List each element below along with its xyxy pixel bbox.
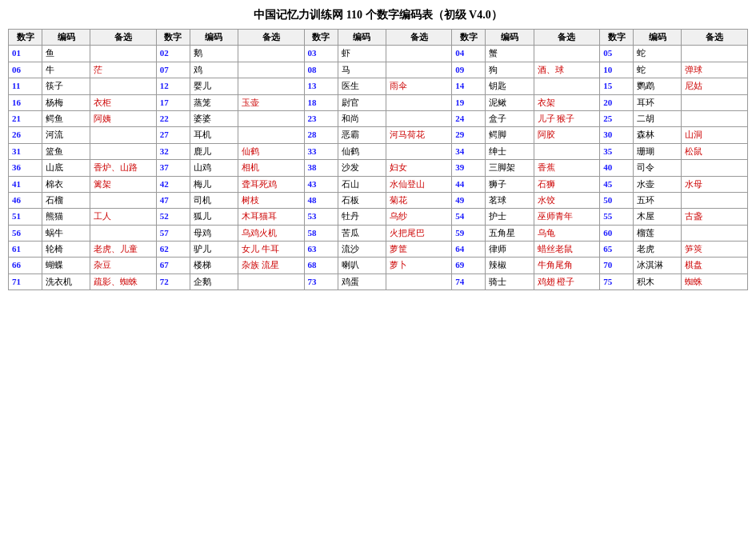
header-num3: 数字 [304, 30, 338, 46]
cell-num-9-3: 49 [452, 192, 486, 208]
cell-alt-13-1: 杂族 流星 [238, 258, 304, 273]
cell-code-0-1: 鹅 [190, 46, 238, 62]
cell-code-7-3: 三脚架 [486, 160, 534, 176]
cell-alt-9-2: 菊花 [386, 192, 452, 208]
header-code5: 编码 [634, 30, 682, 46]
cell-num-2-2: 13 [304, 78, 338, 94]
cell-num-4-2: 23 [304, 110, 338, 126]
cell-alt-12-3: 蜡丝老鼠 [534, 242, 600, 258]
cell-code-13-4: 冰淇淋 [634, 258, 682, 273]
table-row: 61轮椅老虎、儿童62驴儿女儿 牛耳63流沙萝筐64律师蜡丝老鼠65老虎笋筴 [9, 242, 748, 258]
cell-code-12-0: 轮椅 [42, 242, 90, 258]
cell-num-14-2: 73 [304, 273, 338, 289]
cell-alt-6-0 [90, 143, 157, 159]
table-row: 66蝴蝶杂豆67楼梯杂族 流星68喇叭萝卜69辣椒牛角尾角70冰淇淋棋盘 [9, 258, 748, 273]
header-num2: 数字 [156, 30, 190, 46]
cell-alt-11-2: 火把尾巴 [386, 225, 452, 241]
cell-code-12-3: 律师 [486, 242, 534, 258]
table-row: 36山底香炉、山路37山鸡相机38沙发妇女39三脚架香蕉40司令 [9, 160, 748, 176]
cell-alt-13-2: 萝卜 [386, 258, 452, 273]
cell-alt-4-4 [682, 110, 748, 126]
cell-alt-9-1: 树枝 [238, 192, 304, 208]
cell-code-13-0: 蝴蝶 [42, 258, 90, 273]
cell-code-5-2: 恶霸 [338, 127, 386, 143]
cell-alt-10-2: 乌纱 [386, 209, 452, 225]
cell-code-9-1: 司机 [190, 192, 238, 208]
cell-code-14-3: 骑士 [486, 273, 534, 289]
cell-alt-2-0 [90, 78, 157, 94]
cell-num-6-1: 32 [156, 143, 190, 159]
cell-alt-10-1: 木耳猫耳 [238, 209, 304, 225]
cell-code-11-4: 榴莲 [634, 225, 682, 241]
cell-num-12-2: 63 [304, 242, 338, 258]
cell-code-9-2: 石板 [338, 192, 386, 208]
cell-code-3-2: 尉官 [338, 94, 386, 110]
cell-alt-11-0 [90, 225, 157, 241]
header-code3: 编码 [338, 30, 386, 46]
cell-num-8-3: 44 [452, 176, 486, 192]
cell-alt-6-4: 松鼠 [682, 143, 748, 159]
cell-code-5-3: 鳄脚 [486, 127, 534, 143]
cell-num-10-4: 55 [600, 209, 634, 225]
cell-alt-5-4: 山洞 [682, 127, 748, 143]
cell-num-9-1: 47 [156, 192, 190, 208]
header-alt5: 备选 [682, 30, 748, 46]
cell-num-2-4: 15 [600, 78, 634, 94]
cell-alt-12-1: 女儿 牛耳 [238, 242, 304, 258]
cell-num-3-2: 18 [304, 94, 338, 110]
cell-num-9-0: 46 [9, 192, 42, 208]
cell-num-1-3: 09 [452, 62, 486, 78]
cell-alt-5-0 [90, 127, 157, 143]
cell-alt-1-1 [238, 62, 304, 78]
header-alt4: 备选 [534, 30, 600, 46]
cell-num-12-3: 64 [452, 242, 486, 258]
table-row: 11筷子12婴儿13医生雨伞14钥匙15鹦鹉尼姑 [9, 78, 748, 94]
encoding-table: 数字 编码 备选 数字 编码 备选 数字 编码 备选 数字 编码 备选 数字 编… [8, 29, 748, 290]
cell-code-14-1: 企鹅 [190, 273, 238, 289]
cell-code-6-1: 鹿儿 [190, 143, 238, 159]
page-title: 中国记忆力训练网 110 个数字编码表（初级 V4.0） [8, 8, 748, 22]
cell-code-10-2: 牡丹 [338, 209, 386, 225]
cell-alt-13-4: 棋盘 [682, 258, 748, 273]
cell-num-11-2: 58 [304, 225, 338, 241]
cell-alt-1-3: 酒、球 [534, 62, 600, 78]
cell-num-13-2: 68 [304, 258, 338, 273]
table-row: 31篮鱼32鹿儿仙鹤33仙鹤34绅士35珊瑚松鼠 [9, 143, 748, 159]
cell-num-0-2: 03 [304, 46, 338, 62]
cell-num-1-0: 06 [9, 62, 42, 78]
header-num5: 数字 [600, 30, 634, 46]
cell-num-6-4: 35 [600, 143, 634, 159]
cell-num-13-0: 66 [9, 258, 42, 273]
cell-alt-13-0: 杂豆 [90, 258, 157, 273]
cell-num-2-1: 12 [156, 78, 190, 94]
header-alt1: 备选 [90, 30, 157, 46]
cell-num-0-1: 02 [156, 46, 190, 62]
cell-num-10-2: 53 [304, 209, 338, 225]
cell-num-5-0: 26 [9, 127, 42, 143]
cell-code-1-3: 狗 [486, 62, 534, 78]
cell-num-3-4: 20 [600, 94, 634, 110]
table-row: 71洗衣机疏影、蜘蛛72企鹅73鸡蛋74骑士鸡翅 橙子75积木蜘蛛 [9, 273, 748, 289]
cell-code-8-1: 梅儿 [190, 176, 238, 192]
cell-alt-11-3: 乌龟 [534, 225, 600, 241]
cell-num-14-4: 75 [600, 273, 634, 289]
cell-code-4-4: 二胡 [634, 110, 682, 126]
cell-code-14-2: 鸡蛋 [338, 273, 386, 289]
cell-code-8-4: 水壶 [634, 176, 682, 192]
cell-num-10-1: 52 [156, 209, 190, 225]
cell-alt-14-1 [238, 273, 304, 289]
cell-num-13-4: 70 [600, 258, 634, 273]
cell-alt-0-3 [534, 46, 600, 62]
cell-alt-1-0: 茫 [90, 62, 157, 78]
cell-code-4-3: 盒子 [486, 110, 534, 126]
cell-num-11-1: 57 [156, 225, 190, 241]
cell-num-6-0: 31 [9, 143, 42, 159]
cell-alt-2-2: 雨伞 [386, 78, 452, 94]
cell-code-1-2: 马 [338, 62, 386, 78]
cell-alt-2-1 [238, 78, 304, 94]
cell-num-3-3: 19 [452, 94, 486, 110]
cell-alt-14-4: 蜘蛛 [682, 273, 748, 289]
cell-alt-6-3 [534, 143, 600, 159]
table-row: 46石榴47司机树枝48石板菊花49茗球水饺50五环 [9, 192, 748, 208]
table-row: 56蜗牛57母鸡乌鸡火机58苦瓜火把尾巴59五角星乌龟60榴莲 [9, 225, 748, 241]
